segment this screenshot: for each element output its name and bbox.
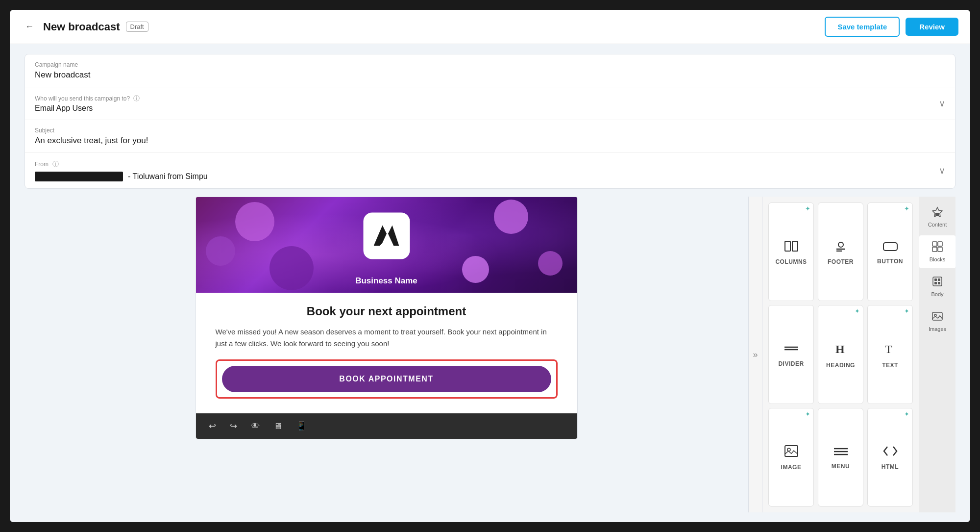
decor-flower-4: [538, 251, 563, 276]
from-row: From ⓘ - Tioluwani from Simpu ∨: [25, 153, 955, 188]
subject-row: Subject An exclusive treat, just for you…: [25, 120, 955, 153]
columns-label: COLUMNS: [775, 258, 807, 265]
hero-image: Business Name: [196, 197, 577, 293]
svg-rect-23: [933, 277, 942, 286]
menu-label: MENU: [832, 463, 850, 470]
svg-rect-21: [932, 247, 937, 252]
text-icon: T: [884, 342, 897, 358]
divider-label: DIVIDER: [778, 360, 804, 367]
right-panel-images[interactable]: Images: [919, 305, 956, 338]
svg-rect-18: [935, 213, 939, 216]
mobile-view-button[interactable]: 📱: [293, 418, 310, 434]
html-label: HTML: [882, 463, 899, 470]
campaign-name-value[interactable]: New broadcast: [35, 70, 945, 80]
decor-flower-6: [462, 256, 489, 283]
svg-point-4: [838, 242, 843, 247]
editor-toolbar: ↩ ↪ 👁 🖥 📱: [196, 413, 577, 439]
from-label: From ⓘ: [35, 160, 939, 169]
block-item-columns[interactable]: ✦ COLUMNS: [768, 203, 814, 301]
subject-label: Subject: [35, 127, 945, 134]
redo-button[interactable]: ↪: [227, 418, 240, 434]
right-panel-blocks[interactable]: Blocks: [919, 235, 956, 268]
decor-flower-5: [270, 246, 314, 290]
email-canvas: Business Name Book your next appointment…: [196, 197, 578, 439]
right-panel-body[interactable]: Body: [919, 270, 956, 303]
right-panel-content[interactable]: Content: [919, 201, 956, 233]
info-icon: ⓘ: [133, 95, 140, 102]
undo-button[interactable]: ↩: [206, 418, 219, 434]
svg-rect-19: [932, 242, 937, 246]
from-dropdown-icon[interactable]: ∨: [939, 165, 945, 176]
svg-rect-27: [938, 282, 940, 284]
from-info-icon: ⓘ: [52, 160, 59, 169]
block-item-image[interactable]: ✦ IMAGE: [768, 408, 814, 507]
hero-business-name: Business Name: [355, 276, 417, 286]
divider-icon: [784, 344, 798, 356]
svg-rect-20: [938, 242, 942, 246]
body-panel-icon: [932, 276, 943, 289]
blocks-panel-icon: [932, 241, 943, 254]
sidebar-expand-button[interactable]: »: [748, 197, 762, 512]
back-button[interactable]: ←: [22, 19, 37, 35]
svg-rect-28: [932, 312, 942, 320]
footer-icon: [835, 241, 847, 254]
block-item-text[interactable]: ✦ T TEXT: [867, 305, 913, 404]
content-panel-icon: [932, 206, 943, 220]
decor-flower-1: [235, 202, 274, 241]
move-icon-columns: ✦: [805, 205, 810, 212]
columns-icon: [784, 241, 798, 254]
heading-label: HEADING: [826, 362, 855, 369]
svg-text:H: H: [835, 343, 845, 355]
preview-button[interactable]: 👁: [248, 418, 263, 434]
editor-sidebar-row: Business Name Book your next appointment…: [24, 197, 956, 512]
block-item-menu[interactable]: MENU: [818, 408, 863, 507]
move-icon-html: ✦: [904, 410, 909, 418]
footer-label: FOOTER: [828, 258, 854, 265]
block-item-heading[interactable]: ✦ H HEADING: [818, 305, 863, 404]
heading-icon: H: [834, 342, 847, 358]
image-icon: [784, 445, 798, 460]
blocks-sidebar: ✦ COLUMNS: [762, 197, 919, 512]
save-template-button[interactable]: Save template: [825, 17, 900, 37]
image-label: IMAGE: [781, 464, 802, 471]
decor-flower-3: [494, 200, 528, 234]
review-button[interactable]: Review: [906, 18, 958, 36]
email-heading: Book your next appointment: [216, 304, 558, 318]
svg-rect-7: [883, 243, 897, 251]
html-icon: [883, 446, 898, 459]
draft-badge: Draft: [126, 22, 148, 32]
button-highlight-container: BOOK APPOINTMENT: [216, 359, 558, 399]
page-title: New broadcast: [43, 21, 120, 33]
svg-rect-3: [792, 241, 798, 251]
recipients-row: Who will you send this campaign to? ⓘ Em…: [25, 87, 955, 120]
subject-value[interactable]: An exclusive treat, just for you!: [35, 136, 945, 146]
button-icon: [883, 241, 898, 254]
recipients-dropdown-icon[interactable]: ∨: [939, 98, 945, 109]
svg-rect-26: [934, 282, 937, 284]
svg-rect-12: [785, 446, 798, 456]
move-icon-text: ✦: [904, 307, 909, 315]
book-appointment-button[interactable]: BOOK APPOINTMENT: [222, 366, 551, 392]
header-left: ← New broadcast Draft: [22, 19, 148, 35]
desktop-view-button[interactable]: 🖥: [270, 418, 285, 434]
block-item-footer[interactable]: FOOTER: [818, 203, 863, 301]
from-name: - Tioluwani from Simpu: [128, 172, 208, 181]
expand-icon: »: [753, 350, 758, 360]
blocks-panel-label: Blocks: [930, 256, 945, 262]
block-item-html[interactable]: ✦ HTML: [867, 408, 913, 507]
blocks-grid: ✦ COLUMNS: [762, 197, 919, 512]
move-icon-heading: ✦: [855, 307, 860, 315]
block-item-divider[interactable]: DIVIDER: [768, 305, 814, 404]
business-logo: [363, 212, 410, 259]
right-icon-panel: Content Blocks: [919, 197, 956, 512]
svg-rect-25: [938, 279, 940, 281]
recipients-value: Email App Users: [35, 104, 140, 113]
from-email-bar: [35, 172, 123, 181]
campaign-name-row: Campaign name New broadcast: [25, 54, 955, 87]
recipients-label: Who will you send this campaign to? ⓘ: [35, 94, 140, 103]
email-body-text: We've missed you! A new season deserves …: [216, 326, 558, 350]
block-item-button[interactable]: ✦ BUTTON: [867, 203, 913, 301]
button-label: BUTTON: [877, 258, 903, 265]
email-editor: Business Name Book your next appointment…: [24, 197, 748, 512]
images-panel-icon: [932, 311, 943, 324]
